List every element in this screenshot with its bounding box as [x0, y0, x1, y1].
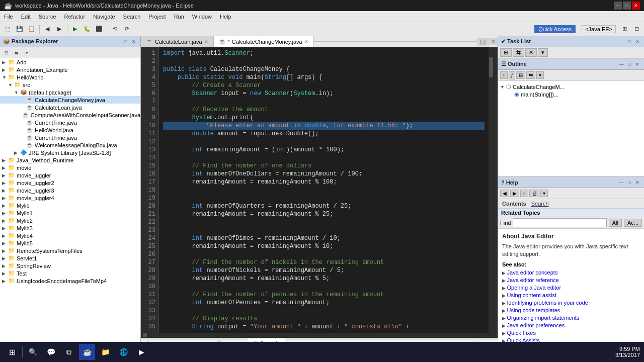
toolbar-btn-8[interactable]: ⊞: [619, 24, 630, 35]
help-link-java-editor-reference[interactable]: Java editor reference: [502, 277, 640, 283]
tree-item-springreview[interactable]: ▶📁SpringReview: [0, 262, 140, 269]
scroll-thumb[interactable]: [489, 57, 493, 77]
menu-run[interactable]: Run: [170, 11, 188, 22]
outline-maximize-btn[interactable]: □: [626, 61, 633, 68]
tree-item-jre[interactable]: ▶🔷JRE System Library [JavaSE-1.8]: [0, 149, 140, 156]
minimize-button[interactable]: ─: [614, 2, 622, 10]
toolbar-btn-1[interactable]: ⬚: [2, 24, 13, 35]
tree-item-test[interactable]: ▶📁Test: [0, 269, 140, 277]
toolbar-btn-2[interactable]: 💾: [14, 24, 25, 35]
tree-item-movie-juggler3[interactable]: ▶📁movie_juggler3: [0, 187, 140, 194]
help-link-editor-prefs[interactable]: Java editor preferences: [502, 322, 640, 328]
tree-item-java-method[interactable]: ▶📁Java_Method_Runtime: [0, 156, 140, 164]
help-link-opening-java-editor[interactable]: Opening a Java editor: [502, 285, 640, 291]
quick-access-button[interactable]: Quick Access: [534, 25, 576, 33]
tree-item-mylib3[interactable]: ▶📁Mylib3: [0, 224, 140, 232]
menu-help[interactable]: Help: [216, 11, 235, 22]
help-menu-btn[interactable]: ▾: [540, 190, 548, 197]
editor-tab-calculateloan[interactable]: ☕ CalculateLoan.java ✕: [141, 36, 214, 47]
tree-item-computearea[interactable]: ☕ComputeAreaWithConsoleInputScanner.java: [0, 111, 140, 119]
help-tab-contents[interactable]: Contents: [501, 200, 527, 207]
toolbar-btn-7[interactable]: ⟳: [121, 24, 132, 35]
tree-item-usingicodec[interactable]: ▶📁UsingIcodecEncodeImageFileToMp4: [0, 277, 140, 285]
tree-item-annotation[interactable]: ▶📁Annotation_Example: [0, 66, 140, 73]
taskbar-edge-btn[interactable]: 🌐: [115, 344, 131, 360]
menu-refactor[interactable]: Refactor: [60, 11, 90, 22]
help-forward-btn[interactable]: ▶: [510, 190, 519, 197]
maximize-button[interactable]: □: [623, 2, 631, 10]
help-link-content-assist[interactable]: Using content assist: [502, 292, 640, 298]
toolbar-btn-3[interactable]: 📋: [26, 24, 37, 35]
menu-window[interactable]: Window: [188, 11, 216, 22]
taskbar-terminal-btn[interactable]: ▶: [133, 344, 149, 360]
outline-link-btn[interactable]: ⇆: [526, 71, 535, 79]
menu-source[interactable]: Source: [35, 11, 60, 22]
help-maximize-btn[interactable]: □: [626, 179, 633, 186]
tree-item-currenttime2[interactable]: ☕CurrentTime.java: [0, 134, 140, 141]
taskbar-search-btn[interactable]: 🔍: [25, 344, 41, 360]
explorer-link-btn[interactable]: ⇆: [12, 48, 21, 57]
help-link-quick-fixes[interactable]: Quick Fixes: [502, 330, 640, 336]
taskbar-start-btn[interactable]: ⊞: [4, 344, 20, 360]
toolbar-debug[interactable]: 🐛: [82, 24, 93, 35]
outline-minimize-btn[interactable]: —: [618, 61, 625, 68]
help-close-btn[interactable]: ✕: [634, 179, 641, 186]
tree-item-mylib1[interactable]: ▶📁Mylib1: [0, 209, 140, 217]
outline-menu-btn[interactable]: ▾: [536, 71, 544, 79]
toolbar-btn-4[interactable]: ◀: [42, 24, 53, 35]
help-find-all-btn[interactable]: All: [609, 219, 622, 227]
help-find-ac-btn[interactable]: Ac...: [624, 219, 642, 227]
tree-item-servlet1[interactable]: ▶📁Servlet1: [0, 254, 140, 262]
tree-item-mylib[interactable]: ▶📁Mylib: [0, 202, 140, 209]
tree-item-mylib5[interactable]: ▶📁Mylib5: [0, 239, 140, 247]
editor-maximize-btn[interactable]: ⊡: [477, 38, 489, 46]
menu-file[interactable]: File: [0, 11, 17, 22]
toolbar-btn-9[interactable]: ⊟: [631, 24, 642, 35]
tree-item-helloworld-java[interactable]: ☕HelloWorld.java: [0, 126, 140, 134]
toolbar-btn-6[interactable]: ⟲: [109, 24, 120, 35]
tree-item-helloworld[interactable]: ▼📁HelloWorld: [0, 73, 140, 81]
taskbar-cortana-btn[interactable]: 💬: [43, 344, 59, 360]
tab-calculateloan-close[interactable]: ✕: [204, 39, 208, 44]
help-find-input[interactable]: [513, 218, 606, 227]
help-home-btn[interactable]: ⌂: [520, 190, 528, 197]
tree-item-add[interactable]: ▶📁Add: [0, 58, 140, 66]
menu-navigate[interactable]: Navigate: [89, 11, 119, 22]
outline-item-main[interactable]: ◉ main(String[])...: [500, 90, 642, 98]
tasklist-maximize-btn[interactable]: □: [626, 38, 633, 45]
tasklist-filter-btn[interactable]: ⊞: [500, 48, 512, 57]
tree-item-movie-juggler4[interactable]: ▶📁movie_juggler4: [0, 194, 140, 202]
tree-item-movie-juggler2[interactable]: ▶📁movie_juggler2: [0, 179, 140, 187]
outline-sort-btn[interactable]: ↕: [500, 71, 508, 79]
editor-hscrollbar[interactable]: [141, 333, 498, 338]
panel-close-btn[interactable]: ✕: [130, 38, 137, 45]
help-back-btn[interactable]: ◀: [500, 190, 509, 197]
panel-maximize-btn[interactable]: □: [122, 38, 129, 45]
tree-item-currenttime[interactable]: ☕CurrentTime.java: [0, 119, 140, 126]
tree-item-mylib2[interactable]: ▶📁Mylib2: [0, 217, 140, 224]
outline-collapse-btn[interactable]: ⊟: [516, 71, 525, 79]
toolbar-btn-5[interactable]: ▶: [54, 24, 65, 35]
tree-item-remotesystems[interactable]: ▶📁RemoteSystemsTempFiles: [0, 247, 140, 254]
help-link-java-editor-concepts[interactable]: Java editor concepts: [502, 269, 640, 276]
close-button[interactable]: ✕: [632, 2, 640, 10]
tree-item-welcome[interactable]: ☕WelcomeMessageDialogBox.java: [0, 141, 140, 149]
tasklist-menu-btn[interactable]: ▾: [538, 48, 548, 57]
taskbar-task-view-btn[interactable]: ⧉: [61, 344, 77, 360]
toolbar-stop[interactable]: ⬛: [94, 24, 105, 35]
editor-close-btn[interactable]: ✕: [489, 38, 498, 45]
tree-item-defaultpkg[interactable]: ▼📦(default package): [0, 88, 140, 96]
toolbar-run[interactable]: ▶: [69, 24, 80, 35]
help-link-code-templates[interactable]: Using code templates: [502, 307, 640, 313]
tree-item-calculateloan[interactable]: ☕CalculateLoan.java: [0, 104, 140, 111]
code-editor[interactable]: import java.util.Scanner; public class C…: [159, 47, 489, 333]
editor-scrollbar[interactable]: [489, 47, 494, 333]
tree-item-movie-juggler[interactable]: ▶📁movie_juggler: [0, 171, 140, 179]
tasklist-sync-btn[interactable]: ⇆: [513, 48, 524, 57]
menu-edit[interactable]: Edit: [17, 11, 35, 22]
tree-item-mylib4[interactable]: ▶📁Mylib4: [0, 232, 140, 239]
tasklist-delete-btn[interactable]: ✕: [525, 48, 537, 57]
outline-item-class[interactable]: ▼ ⬡ CalculateChangeM...: [500, 83, 642, 90]
help-tab-search[interactable]: Search: [530, 200, 550, 207]
help-link-organizing-imports[interactable]: Organizing import statements: [502, 315, 640, 321]
